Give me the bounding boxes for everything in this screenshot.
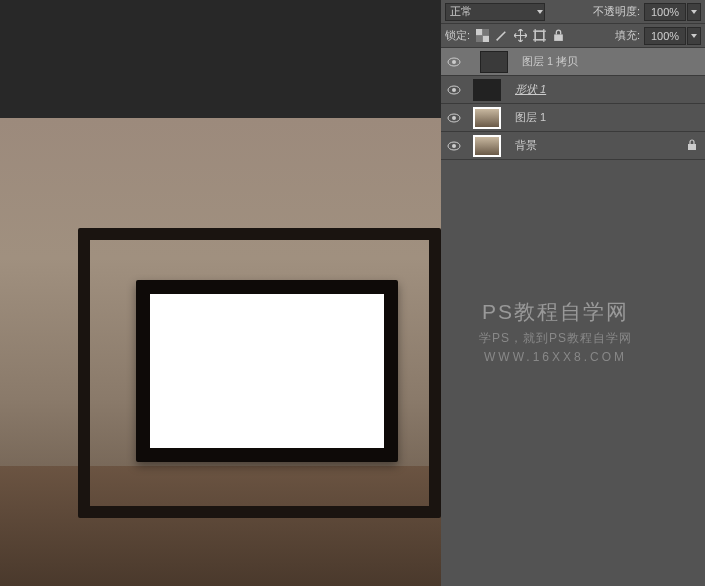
visibility-toggle[interactable] <box>441 141 467 151</box>
lock-position-icon[interactable] <box>514 29 527 42</box>
layer-thumbnail[interactable] <box>474 51 514 73</box>
lock-icon <box>687 139 697 153</box>
blend-mode-value: 正常 <box>450 4 472 19</box>
layer-item[interactable]: 图层 1 <box>441 104 705 132</box>
layer-thumbnail[interactable] <box>467 107 507 129</box>
fill-value[interactable]: 100% <box>644 27 686 45</box>
opacity-label: 不透明度: <box>593 4 640 19</box>
visibility-toggle[interactable] <box>441 57 467 67</box>
watermark-title: PS教程自学网 <box>479 298 632 326</box>
layer-name-label[interactable]: 图层 1 <box>515 110 546 125</box>
fill-dropdown-button[interactable] <box>687 27 701 45</box>
lock-pixels-icon[interactable] <box>495 29 508 42</box>
canvas-area[interactable] <box>0 0 441 586</box>
layer-name-label[interactable]: 背景 <box>515 138 537 153</box>
visibility-toggle[interactable] <box>441 85 467 95</box>
lock-all-icon[interactable] <box>552 29 565 42</box>
watermark: PS教程自学网 学PS，就到PS教程自学网 WWW.16XX8.COM <box>479 298 632 364</box>
layer-item[interactable]: 图层 1 拷贝 <box>441 48 705 76</box>
svg-rect-2 <box>483 29 490 36</box>
fill-label: 填充: <box>615 28 640 43</box>
layer-item[interactable]: 背景 <box>441 132 705 160</box>
layer-thumbnail[interactable] <box>467 79 507 101</box>
blend-mode-select[interactable]: 正常 <box>445 3 545 21</box>
lock-transparency-icon[interactable] <box>476 29 489 42</box>
layer-item[interactable]: 形状 1 <box>441 76 705 104</box>
chevron-down-icon <box>536 8 544 16</box>
layers-panel: 正常 不透明度: 100% 锁定: <box>441 0 705 586</box>
layer-name-label[interactable]: 图层 1 拷贝 <box>522 54 578 69</box>
svg-rect-18 <box>688 144 696 150</box>
svg-rect-3 <box>476 36 483 43</box>
lock-label: 锁定: <box>445 28 470 43</box>
svg-rect-9 <box>554 34 563 41</box>
canvas-image <box>0 118 441 586</box>
layer-name-label[interactable]: 形状 1 <box>515 82 546 97</box>
lock-artboard-icon[interactable] <box>533 29 546 42</box>
watermark-url: WWW.16XX8.COM <box>479 350 632 364</box>
svg-rect-0 <box>476 29 483 36</box>
opacity-dropdown-button[interactable] <box>687 3 701 21</box>
watermark-subtitle: 学PS，就到PS教程自学网 <box>479 330 632 347</box>
svg-rect-1 <box>483 36 490 43</box>
svg-point-15 <box>452 116 456 120</box>
visibility-toggle[interactable] <box>441 113 467 123</box>
svg-point-11 <box>452 60 456 64</box>
svg-point-17 <box>452 144 456 148</box>
svg-point-13 <box>452 88 456 92</box>
inner-picture-frame <box>136 280 398 462</box>
svg-rect-4 <box>535 31 544 40</box>
layer-thumbnail[interactable] <box>467 135 507 157</box>
opacity-value[interactable]: 100% <box>644 3 686 21</box>
